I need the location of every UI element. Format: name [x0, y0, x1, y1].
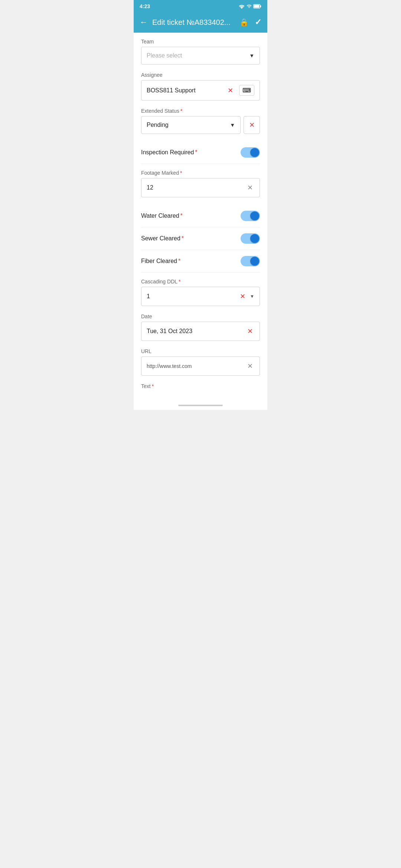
- extended-status-row: Pending ▼ ✕: [141, 116, 260, 134]
- text-label: Text*: [141, 383, 260, 389]
- date-field: Date Tue, 31 Oct 2023 ✕: [141, 313, 260, 341]
- cascading-ddl-clear-button[interactable]: ✕: [238, 292, 247, 301]
- water-cleared-toggle[interactable]: [241, 211, 260, 221]
- url-label: URL: [141, 348, 260, 354]
- back-button[interactable]: ←: [140, 18, 148, 26]
- form-content: Team Please select ▼ Assignee BOSS811 Su…: [134, 33, 267, 402]
- cascading-ddl-chevron-icon: ▼: [250, 294, 254, 299]
- date-label: Date: [141, 313, 260, 319]
- water-cleared-thumb: [250, 211, 259, 220]
- status-time: 4:23: [140, 3, 150, 9]
- cascading-ddl-value: 1: [147, 293, 238, 300]
- assignee-field: Assignee BOSS811 Support ✕ ⌨: [141, 72, 260, 101]
- url-value: http://www.test.com: [147, 363, 246, 369]
- url-clear-button[interactable]: ✕: [246, 361, 254, 371]
- fiber-cleared-thumb: [250, 257, 259, 266]
- status-icons: [238, 4, 261, 9]
- cascading-ddl-label: Cascading DDL*: [141, 279, 260, 285]
- home-indicator: [178, 405, 223, 406]
- water-cleared-row: Water Cleared*: [141, 205, 260, 227]
- fiber-cleared-row: Fiber Cleared*: [141, 250, 260, 273]
- date-clear-button[interactable]: ✕: [246, 326, 254, 336]
- assignee-clear-button[interactable]: ✕: [226, 86, 235, 95]
- status-bar: 4:23: [134, 0, 267, 12]
- check-icon[interactable]: ✓: [255, 17, 261, 27]
- assignee-value: BOSS811 Support: [147, 87, 226, 94]
- assignee-keyboard-button[interactable]: ⌨: [239, 85, 254, 96]
- team-select[interactable]: Please select ▼: [141, 47, 260, 65]
- lock-icon[interactable]: 🔒: [239, 18, 249, 27]
- url-field: URL http://www.test.com ✕: [141, 348, 260, 376]
- url-input[interactable]: http://www.test.com ✕: [141, 356, 260, 376]
- text-field: Text*: [141, 383, 260, 389]
- cascading-ddl-actions: ✕ ▼: [238, 292, 254, 301]
- home-indicator-area: [134, 402, 267, 410]
- date-input[interactable]: Tue, 31 Oct 2023 ✕: [141, 322, 260, 341]
- footage-marked-clear-button[interactable]: ✕: [246, 183, 254, 193]
- cascading-ddl-input[interactable]: 1 ✕ ▼: [141, 287, 260, 306]
- signal-icon: [247, 4, 252, 9]
- assignee-label: Assignee: [141, 72, 260, 78]
- team-label: Team: [141, 39, 260, 45]
- footage-marked-input[interactable]: 12 ✕: [141, 178, 260, 197]
- footage-marked-value: 12: [147, 184, 246, 191]
- page-title: Edit ticket №A833402...: [152, 18, 235, 27]
- extended-status-select[interactable]: Pending ▼: [141, 116, 241, 134]
- keyboard-icon: ⌨: [242, 87, 251, 94]
- extended-status-clear-button[interactable]: ✕: [244, 116, 260, 134]
- fiber-cleared-label: Fiber Cleared*: [141, 258, 180, 264]
- water-cleared-label: Water Cleared*: [141, 213, 183, 219]
- inspection-required-toggle[interactable]: [241, 147, 260, 158]
- battery-icon: [253, 4, 261, 9]
- extended-status-label: Extended Status*: [141, 108, 260, 114]
- team-field: Team Please select ▼: [141, 39, 260, 65]
- inspection-required-thumb: [250, 148, 259, 157]
- team-chevron-icon: ▼: [249, 53, 254, 59]
- sewer-cleared-toggle[interactable]: [241, 233, 260, 244]
- extended-status-field: Extended Status* Pending ▼ ✕: [141, 108, 260, 134]
- extended-status-chevron-icon: ▼: [230, 122, 235, 128]
- date-value: Tue, 31 Oct 2023: [147, 328, 246, 335]
- sewer-cleared-label: Sewer Cleared*: [141, 235, 184, 242]
- sewer-cleared-thumb: [250, 234, 259, 243]
- inspection-required-label: Inspection Required*: [141, 149, 198, 156]
- svg-rect-1: [260, 5, 261, 7]
- assignee-input[interactable]: BOSS811 Support ✕ ⌨: [141, 80, 260, 101]
- extended-status-clear-icon: ✕: [248, 120, 256, 130]
- app-bar-actions: 🔒 ✓: [239, 17, 261, 27]
- sewer-cleared-row: Sewer Cleared*: [141, 227, 260, 250]
- app-bar: ← Edit ticket №A833402... 🔒 ✓: [134, 12, 267, 33]
- wifi-icon: [238, 4, 245, 9]
- cascading-ddl-field: Cascading DDL* 1 ✕ ▼: [141, 279, 260, 306]
- svg-rect-2: [254, 5, 259, 8]
- footage-marked-field: Footage Marked* 12 ✕: [141, 170, 260, 197]
- fiber-cleared-toggle[interactable]: [241, 256, 260, 266]
- team-placeholder: Please select: [147, 52, 182, 59]
- extended-status-value: Pending: [147, 122, 169, 128]
- footage-marked-label: Footage Marked*: [141, 170, 260, 176]
- inspection-required-row: Inspection Required*: [141, 141, 260, 164]
